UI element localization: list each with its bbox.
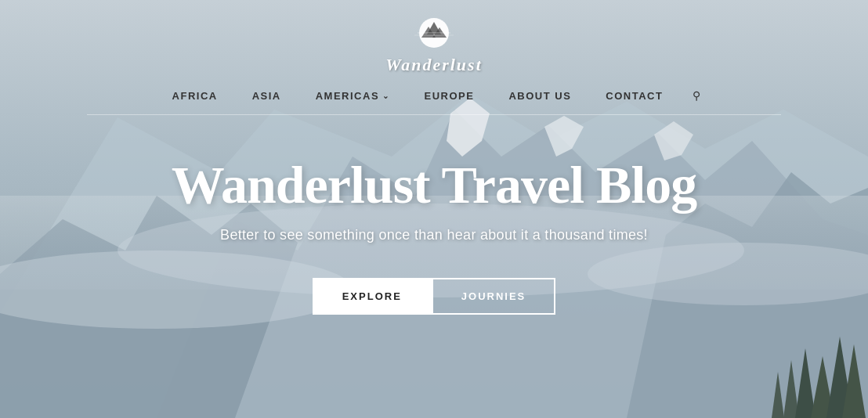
journies-button[interactable]: JOURNIES	[432, 278, 555, 315]
chevron-down-icon: ⌄	[382, 92, 390, 100]
site-title: Wanderlust	[385, 55, 483, 75]
nav-europe[interactable]: EUROPE	[407, 84, 492, 108]
main-nav: AFRICA ASIA AMERICAS ⌄ EUROPE ABOUT US C…	[155, 83, 714, 108]
logo-icon	[411, 17, 457, 53]
nav-divider	[87, 114, 781, 115]
nav-asia[interactable]: ASIA	[235, 84, 298, 108]
hero-section: Wanderlust AFRICA ASIA AMERICAS ⌄ EUROPE…	[0, 0, 868, 418]
hero-title: Wanderlust Travel Blog	[172, 154, 697, 216]
cta-buttons: EXPLORE JOURNIES	[313, 278, 556, 315]
page-content: Wanderlust AFRICA ASIA AMERICAS ⌄ EUROPE…	[0, 0, 868, 315]
nav-americas[interactable]: AMERICAS ⌄	[298, 84, 407, 108]
hero-subtitle: Better to see something once than hear a…	[220, 227, 648, 243]
search-icon[interactable]: ⚲	[680, 83, 713, 108]
nav-about-us[interactable]: ABOUT US	[491, 84, 588, 108]
nav-contact[interactable]: CONTACT	[588, 84, 680, 108]
explore-button[interactable]: EXPLORE	[313, 278, 432, 315]
nav-africa[interactable]: AFRICA	[155, 84, 235, 108]
logo-area: Wanderlust	[385, 0, 483, 75]
